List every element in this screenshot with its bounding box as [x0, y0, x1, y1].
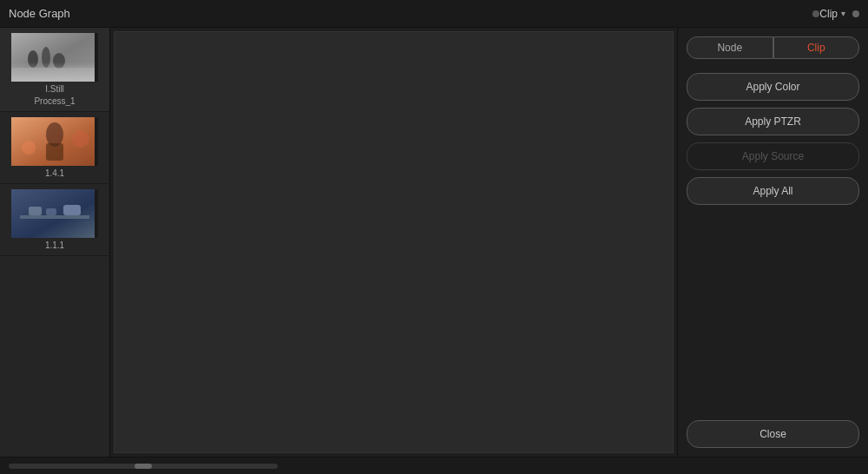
svg-point-10 — [22, 141, 36, 155]
clip-dropdown[interactable]: Clip ▾ — [819, 8, 845, 20]
svg-point-11 — [72, 130, 89, 148]
svg-rect-14 — [20, 215, 89, 219]
list-item-label-line2: Process_1 — [34, 96, 75, 106]
svg-rect-17 — [63, 205, 81, 215]
svg-point-8 — [46, 122, 63, 147]
list-item[interactable]: 1.4.1 — [0, 112, 109, 184]
thumb-strip-3 — [95, 189, 98, 238]
list-item-label: 1.1.1 — [45, 240, 64, 250]
left-panel: I.Still Process_1 — [0, 28, 110, 457]
tab-node[interactable]: Node — [687, 36, 773, 59]
bottom-bar — [0, 457, 868, 474]
tab-row: Node Clip — [687, 36, 859, 59]
thumb-svg-3 — [11, 189, 98, 238]
apply-ptzr-button[interactable]: Apply PTZR — [687, 108, 859, 135]
thumb-image-3 — [11, 189, 98, 238]
apply-color-button[interactable]: Apply Color — [687, 73, 859, 101]
apply-all-button[interactable]: Apply All — [687, 177, 859, 205]
node-graph-title: Node Graph — [9, 7, 804, 20]
svg-rect-15 — [29, 207, 42, 215]
right-panel: Node Clip Apply Color Apply PTZR Apply S… — [677, 28, 868, 457]
list-item[interactable]: I.Still Process_1 — [0, 28, 109, 112]
top-bar-right: Clip ▾ — [819, 8, 859, 20]
scrollbar-track[interactable] — [9, 464, 278, 469]
app-container: Node Graph Clip ▾ — [0, 0, 868, 474]
top-bar: Node Graph Clip ▾ — [0, 0, 868, 28]
apply-source-button: Apply Source — [687, 142, 859, 170]
tab-clip[interactable]: Clip — [773, 36, 860, 59]
status-dot — [812, 10, 819, 17]
thumbnail — [11, 33, 98, 82]
list-item[interactable]: 1.1.1 — [0, 184, 109, 256]
svg-point-2 — [28, 50, 38, 68]
thumb-strip-1 — [95, 33, 98, 82]
node-graph-canvas[interactable] — [114, 31, 674, 453]
list-item-label-line1: I.Still — [45, 84, 64, 94]
svg-rect-16 — [46, 208, 56, 215]
thumbnail — [11, 189, 98, 238]
scrollbar-thumb[interactable] — [135, 464, 152, 469]
thumb-image-1 — [11, 33, 98, 82]
thumb-svg-1 — [11, 33, 98, 82]
svg-point-4 — [53, 53, 65, 69]
chevron-down-icon: ▾ — [841, 9, 845, 18]
action-buttons: Apply Color Apply PTZR Apply Source Appl… — [687, 73, 859, 420]
clip-label: Clip — [819, 8, 838, 20]
thumb-strip-2 — [95, 117, 98, 166]
thumb-svg-2 — [11, 117, 98, 166]
svg-rect-9 — [46, 143, 63, 161]
main-content: I.Still Process_1 — [0, 28, 868, 457]
close-button[interactable]: Close — [687, 420, 859, 448]
thumb-image-2 — [11, 117, 98, 166]
svg-rect-5 — [11, 68, 98, 82]
thumbnail — [11, 117, 98, 166]
list-item-label: 1.4.1 — [45, 168, 64, 178]
slider-dot — [852, 10, 859, 17]
svg-point-3 — [42, 47, 50, 68]
